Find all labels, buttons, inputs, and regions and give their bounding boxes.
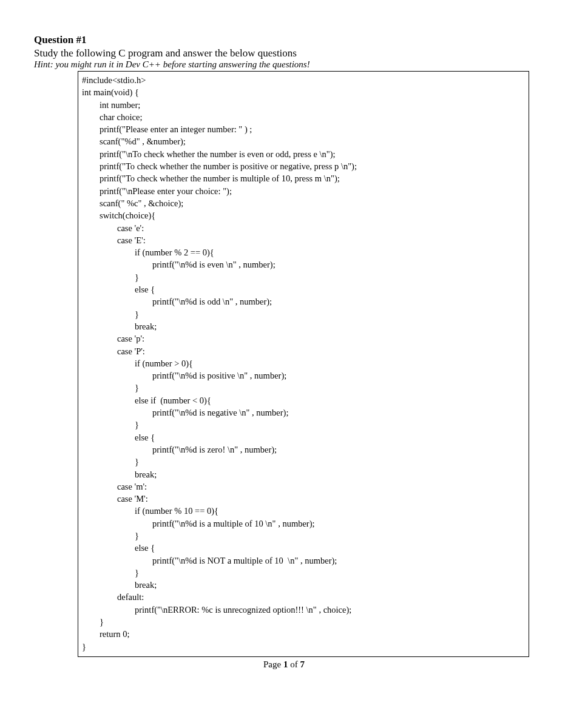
code-line: break; [82,468,525,480]
code-line: } [82,271,525,283]
code-line: default: [82,591,525,603]
code-line: } [82,567,525,579]
code-line: printf("\nTo check whether the number is… [82,148,525,160]
code-line: printf("\n%d is even \n" , number); [82,258,525,271]
code-listing-box: #include<stdio.h>int main(void) { int nu… [78,71,529,657]
code-line: break; [82,579,525,591]
code-line: case 'm': [82,480,525,493]
question-prompt: Study the following C program and answer… [34,47,534,59]
code-line: printf("Please enter an integer number: … [82,123,525,135]
code-line: printf("\nERROR: %c is unrecognized opti… [82,604,525,616]
code-line: else { [82,283,525,295]
code-line: char choice; [82,111,525,123]
code-line: printf("\n%d is negative \n" , number); [82,406,525,419]
document-page: Question #1 Study the following C progra… [0,0,568,728]
code-line: break; [82,320,525,332]
code-line: if (number % 10 == 0){ [82,505,525,517]
code-line: scanf("%d" , &number); [82,135,525,147]
code-line: } [82,382,525,394]
code-line: int number; [82,99,525,111]
code-line: case 'e': [82,222,525,234]
page-prefix: Page [263,659,283,669]
code-line: switch(choice){ [82,209,525,221]
page-indicator: Page 1 of 7 [34,659,534,670]
code-line: case 'P': [82,345,525,357]
code-line: } [82,419,525,431]
code-line: } [82,641,525,653]
code-line: printf("\n%d is a multiple of 10 \n" , n… [82,517,525,530]
code-line: printf("\n%d is positive \n" , number); [82,369,525,382]
code-line: } [82,308,525,320]
code-line: } [82,616,525,628]
code-line: printf("\n%d is NOT a multiple of 10 \n"… [82,554,525,567]
code-line: scanf(" %c" , &choice); [82,197,525,209]
question-hint: Hint: you might run it in Dev C++ before… [34,59,534,70]
code-line: printf("To check whether the number is m… [82,172,525,184]
code-line: printf("To check whether the number is p… [82,160,525,172]
code-line: if (number > 0){ [82,357,525,369]
code-line: int main(void) { [82,86,525,98]
code-line: } [82,530,525,542]
code-line: case 'M': [82,493,525,505]
code-line: #include<stdio.h> [82,74,525,86]
code-line: case 'p': [82,332,525,345]
code-line: else if (number < 0){ [82,394,525,406]
page-middle: of [288,659,300,669]
code-line: printf("\nPlease enter your choice: "); [82,185,525,197]
code-line: else { [82,542,525,554]
code-line: case 'E': [82,234,525,246]
code-line: printf("\n%d is zero! \n" , number); [82,443,525,456]
code-line: return 0; [82,628,525,640]
code-line: if (number % 2 == 0){ [82,246,525,258]
code-line: printf("\n%d is odd \n" , number); [82,295,525,308]
page-total: 7 [300,659,305,669]
question-title: Question #1 [34,34,534,46]
code-line: else { [82,431,525,443]
code-line: } [82,456,525,468]
